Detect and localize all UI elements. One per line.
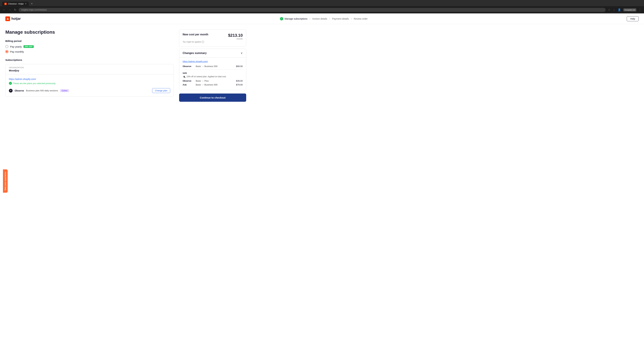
change-plan-button[interactable]: Change plan bbox=[152, 88, 170, 93]
change-line-ask-label: Ask bbox=[183, 83, 194, 86]
change-line-ask: Ask Basic → Business 500 $79.00 bbox=[183, 83, 243, 86]
plans-note-text: These are the plans you selected previou… bbox=[13, 82, 56, 85]
lightning-icon: 🔌 bbox=[183, 75, 186, 78]
changes-divider bbox=[183, 69, 243, 70]
billing-option-monthly[interactable]: Pay monthly bbox=[5, 50, 174, 53]
chevron-down-icon: ∨ bbox=[241, 51, 243, 55]
change-line-observe-price: $99.00 bbox=[236, 65, 243, 67]
breadcrumb-manage-label: Manage subscriptions bbox=[284, 17, 308, 20]
active-tab[interactable]: H Checkout - Hotjar ✕ bbox=[2, 2, 29, 6]
cost-period: /month bbox=[228, 38, 243, 40]
reload-button[interactable]: ↻ bbox=[14, 7, 17, 12]
breadcrumb-payment-details[interactable]: Payment details bbox=[332, 17, 349, 20]
edited-badge: Edited bbox=[60, 89, 69, 92]
billing-monthly-label: Pay monthly bbox=[10, 50, 24, 53]
change-line-ask-price: $79.00 bbox=[236, 83, 243, 86]
plan-observe-icon: 👁 bbox=[9, 89, 12, 92]
change-line-observe-web: Observe Basic → Plus $39.00 bbox=[183, 80, 243, 82]
left-panel: Manage subscriptions Billing period Pay … bbox=[5, 29, 174, 102]
browser-tabs: H Checkout - Hotjar ✕ + bbox=[2, 1, 642, 6]
changes-header[interactable]: Changes summary ∨ bbox=[179, 49, 246, 57]
logo-text: hotjar bbox=[12, 17, 21, 21]
tab-close-button[interactable]: ✕ bbox=[25, 3, 26, 5]
radio-yearly[interactable] bbox=[5, 45, 8, 48]
info-icon[interactable]: i bbox=[202, 41, 204, 43]
breadcrumb-arrow-2: › bbox=[329, 17, 330, 20]
web-note-text: 10% off on lowest plan. Applied on total… bbox=[186, 75, 226, 78]
page-title: Manage subscriptions bbox=[5, 29, 174, 35]
breadcrumb-invoice-details[interactable]: Invoice details bbox=[312, 17, 327, 20]
address-bar[interactable]: insights.hotjar.com/checkout bbox=[18, 8, 606, 12]
billing-option-yearly[interactable]: Pay yearly 20% OFF bbox=[5, 45, 174, 48]
plan-description: Business plan 500 daily sessions bbox=[26, 89, 58, 92]
billing-options: Pay yearly 20% OFF Pay monthly bbox=[5, 45, 174, 53]
changes-body: https://admin.shopify.com/ Observe Basic… bbox=[179, 57, 246, 90]
address-bar-url: insights.hotjar.com/checkout bbox=[21, 9, 46, 11]
browser-toolbar: ← → ↻ insights.hotjar.com/checkout ☆ ↓ 👤… bbox=[0, 6, 644, 13]
plan-row: 👁 Observe Business plan 500 daily sessio… bbox=[9, 88, 170, 93]
tax-note-text: Tax might be applied bbox=[183, 41, 201, 43]
changes-title: Changes summary bbox=[183, 52, 206, 55]
site-link[interactable]: https://admin.shopify.com/ bbox=[9, 78, 36, 80]
changes-site-url[interactable]: https://admin.shopify.com/ bbox=[183, 60, 243, 63]
change-line-observe-web-label: Observe bbox=[183, 80, 194, 82]
cost-amount: $213.10 bbox=[228, 33, 243, 38]
forward-button[interactable]: → bbox=[8, 8, 12, 12]
browser-chrome: H Checkout - Hotjar ✕ + bbox=[0, 0, 644, 6]
org-name: Moodjoy bbox=[9, 69, 170, 72]
tax-note: Tax might be applied i bbox=[183, 41, 243, 43]
breadcrumb-arrow-3: › bbox=[351, 17, 352, 20]
org-label: Organization bbox=[9, 66, 170, 68]
org-body: https://admin.shopify.com/ ✓ These are t… bbox=[6, 74, 174, 96]
back-button[interactable]: ← bbox=[2, 8, 6, 12]
tab-title: Checkout - Hotjar bbox=[8, 3, 24, 5]
breadcrumb-manage-subscriptions[interactable]: ✓ Manage subscriptions bbox=[280, 17, 308, 20]
change-line-observe-label: Observe bbox=[183, 65, 194, 67]
continue-to-checkout-button[interactable]: Continue to checkout bbox=[179, 93, 246, 102]
bookmark-button[interactable]: ☆ bbox=[607, 7, 611, 12]
changes-card: Changes summary ∨ https://admin.shopify.… bbox=[179, 49, 246, 90]
plan-name: Observe bbox=[14, 89, 24, 92]
change-line-observe-desc: Basic → Business 500 bbox=[196, 65, 236, 67]
cost-header: New cost per month $213.10 /month bbox=[183, 33, 243, 40]
web-section-label: web bbox=[183, 72, 243, 74]
subscriptions-label: Subscriptions bbox=[5, 58, 174, 61]
breadcrumb-payment-label: Payment details bbox=[332, 17, 349, 20]
radio-monthly[interactable] bbox=[5, 50, 8, 53]
logo-icon bbox=[5, 16, 10, 21]
radio-monthly-inner bbox=[6, 51, 8, 52]
hotjar-logo[interactable]: hotjar bbox=[5, 16, 21, 21]
change-line-observe-web-desc: Basic → Plus bbox=[196, 80, 236, 82]
change-line-observe-web-price: $39.00 bbox=[236, 80, 243, 82]
profile-button[interactable]: 👤 bbox=[617, 7, 622, 12]
breadcrumb-review-order[interactable]: Review order bbox=[354, 17, 368, 20]
cost-title: New cost per month bbox=[183, 33, 208, 36]
plans-note-check-icon: ✓ bbox=[9, 82, 12, 85]
subscriptions-section: Subscriptions Organization Moodjoy https… bbox=[5, 58, 174, 96]
cost-amount-block: $213.10 /month bbox=[228, 33, 243, 40]
billing-period-label: Billing period bbox=[5, 39, 174, 42]
cost-card: New cost per month $213.10 /month Tax mi… bbox=[179, 29, 246, 46]
new-tab-button[interactable]: + bbox=[30, 1, 34, 6]
org-header: Organization Moodjoy bbox=[6, 64, 174, 74]
help-button[interactable]: Help bbox=[627, 16, 639, 21]
change-line-ask-desc: Basic → Business 500 bbox=[196, 83, 236, 86]
breadcrumb-check-icon: ✓ bbox=[280, 17, 283, 20]
org-card: Organization Moodjoy https://admin.shopi… bbox=[5, 64, 174, 96]
breadcrumb-nav: ✓ Manage subscriptions › Invoice details… bbox=[280, 17, 368, 20]
download-button[interactable]: ↓ bbox=[613, 8, 615, 12]
main-content: Manage subscriptions Billing period Pay … bbox=[0, 24, 252, 107]
right-panel: New cost per month $213.10 /month Tax mi… bbox=[179, 29, 246, 102]
discount-badge: 20% OFF bbox=[24, 45, 34, 48]
web-section-note: 🔌 10% off on lowest plan. Applied on tot… bbox=[183, 75, 243, 78]
breadcrumb-review-label: Review order bbox=[354, 17, 368, 20]
incognito-badge: Incognito (2) bbox=[623, 8, 636, 11]
tab-favicon: H bbox=[4, 3, 7, 5]
billing-yearly-label: Pay yearly bbox=[10, 45, 22, 48]
app-header: hotjar ✓ Manage subscriptions › Invoice … bbox=[0, 13, 644, 24]
plans-note: ✓ These are the plans you selected previ… bbox=[9, 82, 170, 85]
breadcrumb-invoice-label: Invoice details bbox=[312, 17, 327, 20]
menu-button[interactable]: ⋮ bbox=[638, 7, 642, 12]
breadcrumb-arrow-1: › bbox=[310, 17, 310, 20]
change-line-observe: Observe Basic → Business 500 $99.00 bbox=[183, 65, 243, 67]
